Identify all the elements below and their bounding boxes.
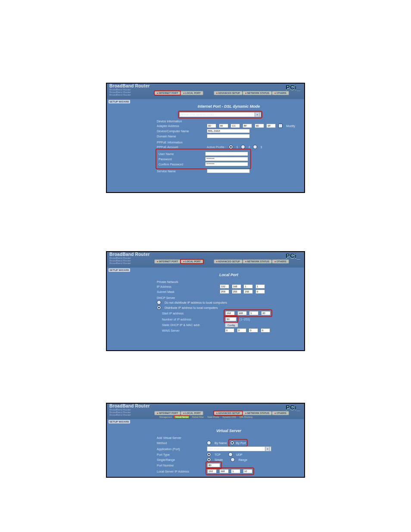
wins-octet[interactable]: [237, 328, 246, 333]
tab-internet-port[interactable]: ● INTERNET PORT: [154, 259, 181, 264]
dhcp-off-radio[interactable]: [157, 300, 161, 305]
local-ip-octet[interactable]: [207, 469, 217, 473]
single-radio[interactable]: [207, 457, 211, 462]
tab-others[interactable]: ● OTHERS: [272, 91, 289, 95]
password-input[interactable]: [205, 157, 248, 161]
mac-octet[interactable]: [207, 124, 216, 128]
profile-2-radio[interactable]: [241, 145, 245, 149]
tab-label: ADVANCED SETUP: [218, 92, 240, 94]
ip-octet[interactable]: [243, 284, 253, 289]
local-ip-octet[interactable]: [243, 469, 252, 473]
wins-octet[interactable]: [225, 328, 234, 333]
mac-octet[interactable]: [266, 124, 276, 128]
mac-octet[interactable]: [219, 124, 228, 128]
application-port-select[interactable]: FTP (TCP 21) ▾: [207, 446, 271, 451]
ip-octet[interactable]: [232, 284, 241, 289]
num-ip-range: (1~253): [240, 318, 250, 321]
mac-octet[interactable]: [243, 124, 252, 128]
connection-mode-select[interactable]: PPPoE (DSL dynamic mode) ▾: [179, 112, 261, 117]
brand-sub: BroadBand Router: [109, 262, 150, 264]
sub-tab-bar: Management Virtual Server Packet Filter …: [159, 416, 253, 418]
profile-1-radio[interactable]: [229, 145, 233, 149]
subtab-packet-filter[interactable]: Packet Filter: [191, 416, 205, 418]
method-by-name-radio[interactable]: [207, 441, 211, 445]
mask-octet[interactable]: [232, 289, 241, 294]
tab-internet-port[interactable]: ● INTERNET PORT: [154, 411, 181, 415]
chevron-down-icon: ▾: [255, 112, 260, 117]
mac-octet[interactable]: [255, 124, 264, 128]
tab-network-status[interactable]: ● NETWORK STATUS: [243, 411, 272, 415]
tab-local-port[interactable]: ● LOCAL PORT: [181, 411, 203, 415]
dhcp-on-radio[interactable]: [157, 305, 161, 310]
port-number-highlight: [207, 463, 221, 468]
section-private-network: Private Network: [157, 280, 301, 283]
user-name-input[interactable]: [205, 152, 248, 156]
start-ip-octet[interactable]: [237, 311, 247, 315]
port-type-udp-radio[interactable]: [228, 452, 233, 457]
start-ip-octet[interactable]: [225, 311, 235, 315]
tab-advanced-setup[interactable]: ● ADVANCED SETUP: [214, 259, 243, 264]
tab-bar: ● INTERNET PORT ● LOCAL PORT ● ADVANCED …: [154, 259, 302, 264]
local-ip-octet[interactable]: [231, 469, 240, 473]
range-label: Range: [238, 458, 247, 461]
subtab-management[interactable]: Management: [159, 416, 173, 418]
mask-octet[interactable]: [243, 289, 253, 294]
section-device-info: Device Information: [157, 120, 301, 123]
brand-block: BroadBand Router BroadBand Router BroadB…: [107, 252, 152, 264]
num-ip-input[interactable]: [225, 317, 237, 321]
start-ip-octet[interactable]: [261, 311, 271, 315]
subtab-static-route[interactable]: Static Route: [206, 416, 220, 418]
mask-octet[interactable]: [220, 289, 229, 294]
port-number-input[interactable]: [207, 463, 220, 467]
section-pppoe-info: PPPoE Information: [157, 141, 301, 144]
label-domain-name: Domain Name: [157, 135, 204, 138]
document-page: BroadBand Router BroadBand Router BroadB…: [0, 83, 411, 532]
wins-octet[interactable]: [261, 328, 270, 333]
wins-octet[interactable]: [249, 328, 258, 333]
device-name-input[interactable]: [207, 129, 250, 133]
subtab-url-blocking[interactable]: URL Blocking: [239, 416, 253, 418]
start-ip-octet[interactable]: [249, 311, 258, 315]
section-dhcp-server: DHCP Server: [157, 296, 301, 299]
config-button[interactable]: Config.: [225, 323, 238, 327]
range-radio[interactable]: [230, 457, 235, 462]
local-ip-octet[interactable]: [219, 469, 229, 473]
mac-octet[interactable]: [230, 124, 240, 128]
left-column: SETUP WIZARD: [109, 99, 146, 103]
setup-wizard-link[interactable]: SETUP WIZARD: [109, 100, 130, 103]
tab-network-status[interactable]: ● NETWORK STATUS: [243, 259, 272, 264]
confirm-password-input[interactable]: [205, 162, 248, 166]
profile-3-radio[interactable]: [253, 145, 257, 149]
label-local-server-ip: Local Server IP Address: [157, 470, 204, 473]
label-start-ip: Start IP address: [157, 312, 222, 315]
domain-name-input[interactable]: [207, 134, 250, 138]
tab-network-status[interactable]: ● NETWORK STATUS: [243, 91, 272, 95]
modify-checkbox[interactable]: [278, 124, 283, 128]
tab-advanced-setup[interactable]: ● ADVANCED SETUP: [214, 91, 243, 95]
mask-octet[interactable]: [255, 289, 265, 294]
method-by-port-radio[interactable]: [230, 441, 234, 445]
label-confirm-password: Confirm Password: [159, 163, 202, 166]
tab-local-port[interactable]: ● LOCAL PORT: [181, 259, 203, 264]
start-ip-group: . . .: [225, 311, 271, 316]
tab-internet-port[interactable]: ● INTERNET PORT: [154, 91, 181, 95]
tab-label: LOCAL PORT: [185, 92, 201, 94]
subtab-virtual-server[interactable]: Virtual Server: [174, 416, 189, 418]
port-type-tcp-radio[interactable]: [207, 452, 211, 457]
setup-wizard-link[interactable]: SETUP WIZARD: [109, 268, 130, 272]
tab-others[interactable]: ● OTHERS: [272, 259, 289, 264]
screenshot-virtual-server: BroadBand Router BroadBand Router BroadB…: [106, 403, 305, 478]
content-area: Internet Port - DSL dynamic Mode PPPoE (…: [157, 103, 301, 174]
setup-wizard-link[interactable]: SETUP WIZARD: [109, 420, 130, 423]
tab-label: ADVANCED SETUP: [218, 412, 240, 414]
by-name-label: By Name: [215, 442, 227, 445]
label-service-name: Service Name: [157, 170, 204, 173]
subtab-dynamic-dns[interactable]: Dynamic DNS: [221, 416, 237, 418]
ip-octet[interactable]: [255, 284, 265, 289]
tab-others[interactable]: ● OTHERS: [272, 411, 289, 415]
tab-advanced-setup[interactable]: ● ADVANCED SETUP: [214, 411, 243, 415]
service-name-input[interactable]: [207, 169, 250, 173]
tab-local-port[interactable]: ● LOCAL PORT: [181, 91, 203, 95]
ip-octet[interactable]: [220, 284, 229, 289]
tcp-label: TCP: [215, 453, 221, 456]
